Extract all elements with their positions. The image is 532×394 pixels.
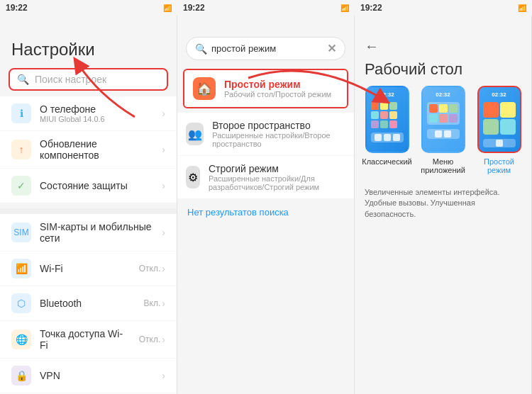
status-bar-middle: 19:22 📶 xyxy=(177,0,355,16)
sim-label: SIM-карты и мобильные сети xyxy=(40,221,153,244)
result-icon-3: ⚙ xyxy=(186,166,200,188)
phone-icon: ℹ xyxy=(11,103,31,123)
protection-icon: ✓ xyxy=(11,176,31,196)
result-subtitle-1: Рабочий стол/Простой режим xyxy=(224,90,331,98)
settings-item-bluetooth[interactable]: ⬡ Bluetooth Вкл.› xyxy=(0,286,177,320)
settings-list: ℹ О телефоне MIUI Global 14.0.6 › ↑ Обно… xyxy=(0,96,177,394)
no-results-text: Нет результатов поиска xyxy=(177,198,354,225)
search-input-box[interactable]: 🔍 простой режим ✕ xyxy=(186,37,345,60)
settings-item-update[interactable]: ↑ Обновление компонентов › xyxy=(0,131,177,168)
desktop-options: 02:32 xyxy=(355,86,531,181)
wifi-label: Wi-Fi xyxy=(40,263,131,274)
search-result-3[interactable]: ⚙ Строгий режим Расширенные настройки/Дл… xyxy=(177,156,354,198)
result-title-3: Строгий режим xyxy=(209,163,345,174)
option-label-menu: Меню приложений xyxy=(418,157,468,174)
time-middle: 19:22 xyxy=(183,3,205,13)
desktop-option-menu[interactable]: 02:32 xyxy=(418,86,468,174)
phone-label: О телефоне xyxy=(40,103,153,115)
search-query: простой режим xyxy=(211,43,276,54)
settings-item-sim[interactable]: SIM SIM-карты и мобильные сети › xyxy=(0,214,177,251)
phone-time-3: 02:32 xyxy=(482,90,517,99)
status-icons-right: 📶 xyxy=(518,4,526,12)
sim-icon: SIM xyxy=(11,223,31,242)
desktop-option-simple[interactable]: 02:32 Простой режим xyxy=(474,86,524,174)
protection-label: Состояние защиты xyxy=(40,180,153,191)
vpn-label: VPN xyxy=(40,370,153,381)
phone-mockup-classic: 02:32 xyxy=(365,86,409,153)
result-icon-1: 🏠 xyxy=(193,77,216,100)
chevron-icon: › xyxy=(162,108,165,119)
chevron-icon: › xyxy=(162,227,165,238)
hotspot-label: Точка доступа Wi-Fi xyxy=(40,328,131,351)
chevron-icon: › xyxy=(162,180,165,191)
chevron-icon: › xyxy=(162,334,165,345)
search-icon-2: 🔍 xyxy=(195,43,207,55)
settings-item-hotspot[interactable]: 🌐 Точка доступа Wi-Fi Откл.› xyxy=(0,321,177,358)
chevron-icon: › xyxy=(162,144,165,155)
status-bar-left: 19:22 📶 xyxy=(0,0,177,16)
desktop-description: Увеличенные элементы интерфейса. Удобные… xyxy=(355,181,531,225)
option-label-simple: Простой режим xyxy=(474,157,524,174)
chevron-icon: › xyxy=(162,370,165,381)
result-title-1: Простой режим xyxy=(224,79,331,90)
no-results-label: Нет результатов поиска xyxy=(187,207,289,218)
phone-time-2: 02:32 xyxy=(426,90,461,99)
back-button[interactable]: ← xyxy=(355,31,531,57)
phone-mockup-simple: 02:32 xyxy=(477,86,521,153)
bluetooth-icon: ⬡ xyxy=(11,293,31,313)
chevron-icon: › xyxy=(162,263,165,274)
settings-item-wifi[interactable]: 📶 Wi-Fi Откл.› xyxy=(0,252,177,286)
result-title-2: Второе пространство xyxy=(212,120,345,131)
status-icons-left: 📶 xyxy=(163,4,172,12)
vpn-icon: 🔒 xyxy=(11,366,31,385)
status-bar-right: 19:22 📶 xyxy=(355,0,532,16)
search-placeholder-text: Поиск настроек xyxy=(35,74,106,85)
hotspot-icon: 🌐 xyxy=(11,330,31,349)
phone-sub: MIUI Global 14.0.6 xyxy=(40,115,153,123)
update-label: Обновление компонентов xyxy=(40,138,153,161)
bluetooth-label: Bluetooth xyxy=(40,298,135,309)
phone-mockup-menu: 02:32 xyxy=(421,86,465,153)
search-result-2[interactable]: 👥 Второе пространство Расширенные настро… xyxy=(177,113,354,155)
wifi-icon: 📶 xyxy=(11,259,31,278)
phone-time-1: 02:32 xyxy=(370,90,405,99)
result-subtitle-2: Расширенные настройки/Второе пространств… xyxy=(212,131,345,148)
settings-item-phone[interactable]: ℹ О телефоне MIUI Global 14.0.6 › xyxy=(0,96,177,130)
time-right: 19:22 xyxy=(360,3,382,13)
search-panel: 19:22 📶 🔍 простой режим ✕ 🏠 Простой режи… xyxy=(177,0,355,394)
desktop-title: Рабочий стол xyxy=(355,57,531,86)
result-icon-2: 👥 xyxy=(186,123,204,145)
chevron-icon: › xyxy=(162,298,165,309)
status-icons-middle: 📶 xyxy=(340,4,349,12)
result-subtitle-3: Расширенные настройки/Для разработчиков/… xyxy=(209,174,345,191)
settings-item-protection[interactable]: ✓ Состояние защиты › xyxy=(0,169,177,203)
settings-panel: 19:22 📶 Настройки 🔍 Поиск настроек ℹ О т… xyxy=(0,0,177,394)
app-container: 19:22 📶 Настройки 🔍 Поиск настроек ℹ О т… xyxy=(0,0,532,394)
search-header: 🔍 простой режим ✕ xyxy=(177,31,354,66)
desktop-panel: 19:22 📶 ← Рабочий стол 02:32 xyxy=(355,0,532,394)
search-icon: 🔍 xyxy=(17,74,29,85)
divider-1 xyxy=(0,208,177,214)
search-result-highlighted[interactable]: 🏠 Простой режим Рабочий стол/Простой реж… xyxy=(183,69,348,108)
settings-search-box[interactable]: 🔍 Поиск настроек xyxy=(9,68,168,91)
settings-title: Настройки xyxy=(0,31,177,65)
settings-item-vpn[interactable]: 🔒 VPN › xyxy=(0,359,177,393)
desktop-option-classic[interactable]: 02:32 xyxy=(362,86,412,174)
time-left: 19:22 xyxy=(6,3,28,13)
search-clear-button[interactable]: ✕ xyxy=(327,42,336,55)
option-label-classic: Классический xyxy=(362,157,412,166)
update-icon: ↑ xyxy=(11,140,31,159)
